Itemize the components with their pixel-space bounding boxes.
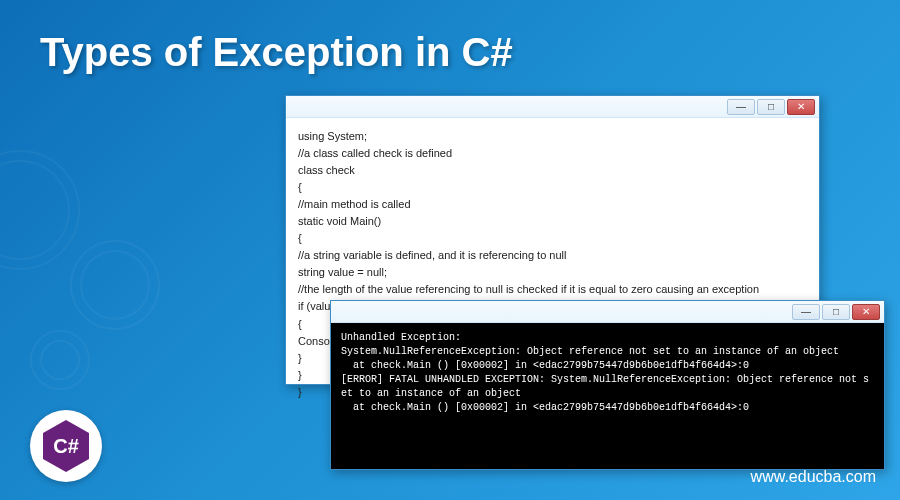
decorative-gear [0,150,80,270]
window-titlebar: — □ ✕ [331,301,884,323]
csharp-logo-text: C# [53,435,79,458]
window-titlebar: — □ ✕ [286,96,819,118]
minimize-button[interactable]: — [727,99,755,115]
maximize-button[interactable]: □ [757,99,785,115]
decorative-gear [30,330,90,390]
maximize-button[interactable]: □ [822,304,850,320]
site-url: www.educba.com [751,468,876,486]
console-output: Unhandled Exception: System.NullReferenc… [331,323,884,469]
csharp-logo-hex: C# [43,420,89,472]
csharp-logo: C# [30,410,102,482]
close-button[interactable]: ✕ [852,304,880,320]
decorative-gear [70,240,160,330]
close-button[interactable]: ✕ [787,99,815,115]
minimize-button[interactable]: — [792,304,820,320]
page-title: Types of Exception in C# [40,30,513,75]
console-window: — □ ✕ Unhandled Exception: System.NullRe… [330,300,885,470]
